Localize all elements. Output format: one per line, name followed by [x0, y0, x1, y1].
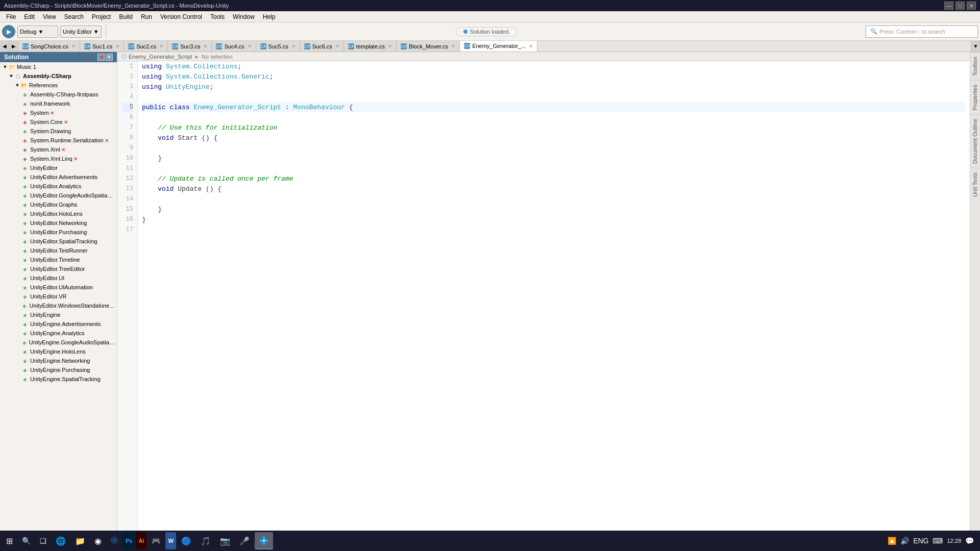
menu-run[interactable]: Run — [137, 12, 156, 21]
taskbar-start[interactable]: ⊞ — [2, 532, 17, 549]
tree-item-ref-unitypurchasing[interactable]: ◈ UnityEngine.Purchasing — [0, 365, 117, 374]
tree-item-ref-unityeditornetworking[interactable]: ◈ UnityEditor.Networking — [0, 218, 117, 228]
right-tab-toolbox[interactable]: Toolbox — [970, 52, 980, 80]
taskbar-illustrator[interactable]: Ai — [136, 532, 146, 549]
tree-item-ref-unityeditorspatialtracking[interactable]: ◈ UnityEditor.SpatialTracking — [0, 237, 117, 246]
tree-item-ref-unityeditorgoogleaudio[interactable]: ◈ UnityEditor.GoogleAudioSpatia… — [0, 191, 117, 200]
tree-item-ref-unityeditortimeline[interactable]: ◈ UnityEditor.Timeline — [0, 255, 117, 264]
tray-keyboard-icon[interactable]: ⌨ — [933, 537, 943, 545]
tree-item-ref-unityeditorgraphs[interactable]: ◈ UnityEditor.Graphs — [0, 200, 117, 209]
taskbar-edge[interactable]: 🌐 — [52, 532, 70, 549]
taskbar-word[interactable]: W — [165, 532, 176, 549]
tree-item-ref-unityeditoruiautomation[interactable]: ◈ UnityEditor.UIAutomation — [0, 283, 117, 292]
tree-item-ref-unityengineads[interactable]: ◈ UnityEngine.Advertisements — [0, 319, 117, 329]
tree-toggle-music1[interactable]: ▼ — [2, 64, 8, 69]
taskbar-monodevelop[interactable]: 💠 — [255, 532, 273, 549]
tab-suc2[interactable]: C# Suc2.cs ✕ — [124, 41, 168, 52]
config-dropdown[interactable]: Debug ▼ — [17, 26, 58, 38]
tab-close-suc2[interactable]: ✕ — [159, 43, 163, 49]
tab-suc3[interactable]: C# Suc3.cs ✕ — [168, 41, 212, 52]
tab-suc6[interactable]: C# Suc6.cs ✕ — [300, 41, 344, 52]
tree-item-ref-unityeditorwinstandalone[interactable]: ◈ UnityEditor.WindowsStandalone… — [0, 301, 117, 310]
tree-item-ref-sysruntimeserialization[interactable]: ◈ System.Runtime.Serialization ✕ — [0, 136, 117, 145]
taskbar-gameengine[interactable]: 🎮 — [148, 532, 164, 549]
tab-songchoice[interactable]: C# SongChoice.cs ✕ — [18, 41, 80, 52]
tree-item-ref-unitygoogleaudio[interactable]: ◈ UnityEngine.GoogleAudioSpatia… — [0, 338, 117, 347]
tree-item-ref-unityeditorads[interactable]: ◈ UnityEditor.Advertisements — [0, 172, 117, 182]
tab-close-suc1[interactable]: ✕ — [115, 43, 119, 49]
tree-item-ref-unityengine[interactable]: ◈ UnityEngine — [0, 310, 117, 319]
tab-close-blockmover[interactable]: ✕ — [451, 43, 455, 49]
tab-enemygenerator[interactable]: C# Enemy_Generator_... ✕ — [460, 41, 537, 52]
tab-more-btn[interactable]: ▼ — [971, 41, 980, 52]
tree-toggle-references[interactable]: ▼ — [14, 83, 20, 88]
taskbar-ie[interactable]: ⓔ — [107, 532, 122, 549]
tree-item-ref-unityspatialtracking[interactable]: ◈ UnityEngine.SpatialTracking — [0, 374, 117, 384]
tree-toggle-assembly[interactable]: ▼ — [8, 73, 14, 79]
taskbar-clock[interactable]: 12:28 — [947, 537, 961, 544]
tab-close-suc3[interactable]: ✕ — [203, 43, 207, 49]
tray-network-icon[interactable]: 🔼 — [888, 537, 896, 545]
tree-item-ref-systemcore[interactable]: ◈ System.Core ✕ — [0, 117, 117, 127]
menu-project[interactable]: Project — [88, 12, 115, 21]
tree-item-ref-unitynetworking[interactable]: ◈ UnityEngine.Networking — [0, 356, 117, 365]
tab-suc5[interactable]: C# Suc5.cs ✕ — [256, 41, 300, 52]
tab-blockmover[interactable]: C# Block_Mover.cs ✕ — [397, 41, 460, 52]
tree-item-ref-firstpass[interactable]: ◈ Assembly-CSharp-firstpass — [0, 90, 117, 99]
tab-close-enemygenerator[interactable]: ✕ — [529, 43, 533, 49]
menu-window[interactable]: Window — [229, 12, 259, 21]
sidebar-pin-btn[interactable]: 📌 — [97, 54, 105, 61]
menu-tools[interactable]: Tools — [206, 12, 229, 21]
global-search-box[interactable]: 🔍 Press 'Control+,' to search — [866, 26, 978, 38]
tab-template[interactable]: C# template.cs ✕ — [344, 41, 397, 52]
tab-nav-next[interactable]: ▶ — [9, 41, 18, 52]
window-controls[interactable]: — □ ✕ — [944, 2, 976, 10]
sidebar-close-btn[interactable]: ✕ — [106, 54, 113, 61]
tree-item-ref-unityeditor[interactable]: ◈ UnityEditor — [0, 163, 117, 172]
project-dropdown[interactable]: Unity Editor ▼ — [60, 26, 102, 38]
tab-nav-prev[interactable]: ◀ — [0, 41, 9, 52]
tree-item-ref-unityhololens[interactable]: ◈ UnityEngine.HoloLens — [0, 347, 117, 356]
taskbar-camera[interactable]: 📷 — [216, 532, 234, 549]
taskbar-chrome[interactable]: ◉ — [90, 532, 106, 549]
menu-search[interactable]: Search — [60, 12, 88, 21]
tray-speaker-icon[interactable]: 🔊 — [900, 537, 909, 545]
right-tab-document-outline[interactable]: Document Outline — [970, 114, 980, 168]
code-content[interactable]: using System.Collections; using System.C… — [138, 61, 970, 551]
tree-item-ref-unityeditorui[interactable]: ◈ UnityEditor.UI — [0, 273, 117, 283]
tree-item-references[interactable]: ▼ 📂 References — [0, 81, 117, 90]
taskbar-fileexplorer[interactable]: 📁 — [71, 532, 89, 549]
taskbar-taskview[interactable]: ❑ — [36, 532, 51, 549]
right-tab-properties[interactable]: Properties — [970, 80, 980, 114]
tab-close-suc4[interactable]: ✕ — [248, 43, 252, 49]
tree-item-ref-unityeditortestrunner[interactable]: ◈ UnityEditor.TestRunner — [0, 246, 117, 255]
tab-close-suc5[interactable]: ✕ — [291, 43, 296, 49]
taskbar-music[interactable]: 🎵 — [197, 532, 215, 549]
tree-item-ref-unityeditorpurchasing[interactable]: ◈ UnityEditor.Purchasing — [0, 228, 117, 237]
taskbar-app1[interactable]: 🔵 — [177, 532, 195, 549]
taskbar-search[interactable]: 🔍 — [18, 532, 35, 549]
tree-item-assembly[interactable]: ▼ ⬡ Assembly-CSharp — [0, 71, 117, 81]
tree-item-ref-system[interactable]: ◈ System ✕ — [0, 108, 117, 117]
menu-view[interactable]: View — [39, 12, 60, 21]
menu-edit[interactable]: Edit — [20, 12, 39, 21]
tree-item-ref-unityeditorvr[interactable]: ◈ UnityEditor.VR — [0, 292, 117, 301]
tray-language-icon[interactable]: ENG — [913, 537, 928, 545]
code-editor[interactable]: 1 2 3 4 5 6 7 8 9 10 11 12 13 14 15 16 1… — [117, 61, 970, 551]
tab-suc1[interactable]: C# Suc1.cs ✕ — [80, 41, 124, 52]
tree-item-ref-unityengineanalytics[interactable]: ◈ UnityEngine.Analytics — [0, 329, 117, 338]
taskbar-photoshop[interactable]: Ps — [123, 532, 135, 549]
minimize-btn[interactable]: — — [944, 2, 953, 10]
menu-help[interactable]: Help — [259, 12, 280, 21]
tree-item-ref-systemdrawing[interactable]: ◈ System.Drawing — [0, 127, 117, 136]
tab-close-template[interactable]: ✕ — [388, 43, 392, 49]
menu-file[interactable]: File — [2, 12, 20, 21]
tree-item-ref-unityeditorhololens[interactable]: ◈ UnityEditor.HoloLens — [0, 209, 117, 218]
maximize-btn[interactable]: □ — [955, 2, 965, 10]
tray-notifications-icon[interactable]: 💬 — [965, 537, 974, 545]
tab-close-suc6[interactable]: ✕ — [335, 43, 339, 49]
tree-item-music1[interactable]: ▼ 📁 Music 1 — [0, 62, 117, 71]
taskbar-audio[interactable]: 🎤 — [235, 532, 254, 549]
tree-item-ref-sysxml[interactable]: ◈ System.Xml ✕ — [0, 145, 117, 154]
tab-suc4[interactable]: C# Suc4.cs ✕ — [212, 41, 256, 52]
